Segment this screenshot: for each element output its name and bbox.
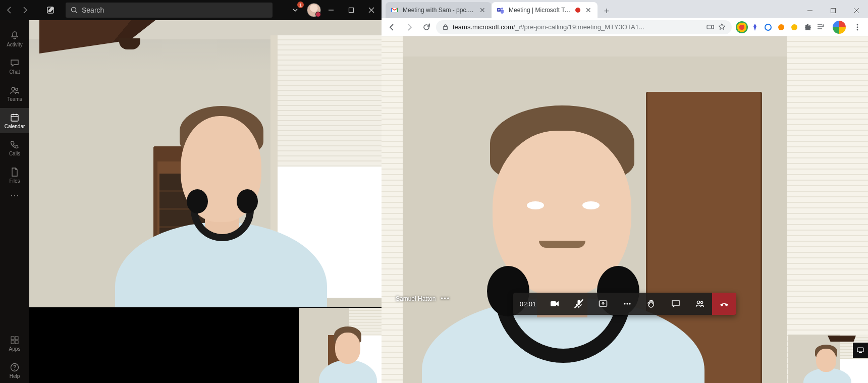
participant-menu-icon[interactable]: •••: [441, 295, 450, 302]
calendar-icon: [10, 113, 20, 123]
share-screen-button[interactable]: [591, 293, 615, 315]
svg-rect-12: [15, 337, 18, 340]
extension-icon[interactable]: [762, 21, 774, 33]
help-icon: [10, 362, 20, 372]
call-controls: 02:01: [513, 293, 736, 315]
search-input[interactable]: Search: [66, 3, 273, 18]
toggle-mic-button[interactable]: [567, 293, 591, 315]
svg-rect-11: [11, 337, 14, 340]
svg-point-35: [629, 303, 630, 304]
pip-device-settings-button[interactable]: [853, 343, 868, 358]
self-video-pip[interactable]: [299, 307, 382, 383]
tab-teams[interactable]: T Meeting | Microsoft Teams ✕: [492, 2, 598, 18]
svg-rect-23: [707, 25, 712, 29]
rail-activity[interactable]: Activity: [0, 26, 29, 51]
extension-icon[interactable]: [736, 21, 748, 33]
svg-point-24: [765, 24, 771, 30]
notifications-dropdown[interactable]: 1: [289, 4, 302, 17]
people-icon: [10, 85, 20, 95]
hang-up-button[interactable]: [712, 293, 736, 315]
svg-rect-7: [11, 115, 18, 121]
svg-line-2: [76, 12, 78, 14]
svg-point-36: [697, 301, 699, 303]
window-close[interactable]: [361, 0, 382, 20]
camera-permission-icon[interactable]: [707, 23, 714, 31]
svg-rect-21: [831, 9, 836, 13]
svg-rect-22: [444, 27, 448, 30]
tab-strip: Meeting with Sam - ppc.endsigh ✕ T Meeti…: [382, 0, 868, 18]
raise-hand-button[interactable]: [639, 293, 664, 315]
browser-maximize[interactable]: [822, 3, 845, 18]
nav-reload[interactable]: [419, 20, 434, 35]
chrome-menu[interactable]: [850, 20, 865, 35]
back-button[interactable]: [2, 3, 16, 17]
window-maximize[interactable]: [341, 0, 361, 20]
extension-icon[interactable]: [788, 21, 800, 33]
svg-point-6: [16, 88, 18, 90]
search-icon: [71, 7, 78, 14]
svg-point-26: [791, 24, 797, 30]
chrome-profile-avatar[interactable]: [833, 21, 846, 34]
bookmark-star-icon[interactable]: [718, 23, 726, 31]
close-tab-icon[interactable]: ✕: [478, 6, 486, 14]
address-bar[interactable]: teams.microsoft.com/_#/pre-join-calling/…: [436, 20, 732, 34]
svg-point-34: [626, 303, 628, 304]
svg-point-1: [72, 8, 76, 12]
extensions-area: [734, 21, 829, 33]
meeting-stage-desktop: [29, 20, 382, 383]
toggle-camera-button[interactable]: [542, 293, 567, 315]
window-minimize[interactable]: [321, 0, 341, 20]
chat-icon: [10, 58, 20, 68]
rail-apps[interactable]: Apps: [0, 331, 29, 356]
participant-name-chip[interactable]: Samuel Hatton •••: [396, 295, 450, 302]
self-video-pip[interactable]: [788, 335, 868, 383]
notification-badge: 1: [297, 2, 304, 8]
search-placeholder: Search: [82, 6, 104, 14]
teams-desktop-window: Search 1 Activity Chat Teams: [0, 0, 382, 383]
extensions-menu-icon[interactable]: [801, 21, 813, 33]
rail-chat[interactable]: Chat: [0, 53, 29, 79]
tab-gmail[interactable]: Meeting with Sam - ppc.endsigh ✕: [386, 2, 492, 18]
svg-rect-31: [578, 300, 580, 305]
extension-icon[interactable]: [775, 21, 787, 33]
app-rail: Activity Chat Teams Calendar Calls F: [0, 20, 29, 383]
svg-rect-30: [551, 301, 556, 306]
svg-rect-14: [15, 341, 18, 344]
rail-help[interactable]: Help: [0, 358, 29, 383]
chrome-window: Meeting with Sam - ppc.endsigh ✕ T Meeti…: [382, 0, 868, 383]
rail-calendar[interactable]: Calendar: [0, 108, 29, 133]
rail-more[interactable]: ⋯: [10, 190, 19, 207]
svg-point-28: [857, 26, 858, 28]
nav-forward[interactable]: [402, 20, 417, 35]
rail-files[interactable]: Files: [0, 162, 29, 188]
nav-back[interactable]: [385, 20, 400, 35]
browser-minimize[interactable]: [798, 3, 822, 18]
call-timer: 02:01: [513, 300, 542, 308]
close-tab-icon[interactable]: ✕: [584, 6, 592, 14]
phone-icon: [10, 140, 20, 150]
forward-button[interactable]: [18, 3, 32, 17]
svg-rect-4: [349, 8, 354, 13]
svg-point-19: [501, 8, 503, 10]
user-avatar[interactable]: [307, 3, 321, 17]
title-bar: Search 1: [0, 0, 382, 20]
reading-list-icon[interactable]: [815, 21, 827, 33]
more-actions-button[interactable]: [615, 293, 639, 315]
extension-icon[interactable]: [749, 21, 761, 33]
svg-rect-13: [11, 341, 14, 344]
lock-icon: [442, 24, 449, 30]
remote-video-feed: [382, 36, 868, 383]
recording-indicator-icon: [575, 8, 580, 13]
participants-button[interactable]: [688, 293, 712, 315]
apps-icon: [10, 335, 20, 345]
compose-button[interactable]: [42, 2, 60, 19]
svg-point-27: [857, 24, 858, 25]
rail-teams[interactable]: Teams: [0, 81, 29, 106]
meeting-stage-web: Samuel Hatton ••• 02:01: [382, 36, 868, 383]
chat-button[interactable]: [664, 293, 688, 315]
rail-calls[interactable]: Calls: [0, 135, 29, 160]
new-tab-button[interactable]: +: [600, 4, 614, 18]
svg-rect-38: [857, 348, 863, 352]
svg-text:T: T: [498, 9, 500, 12]
browser-close[interactable]: [845, 3, 868, 18]
